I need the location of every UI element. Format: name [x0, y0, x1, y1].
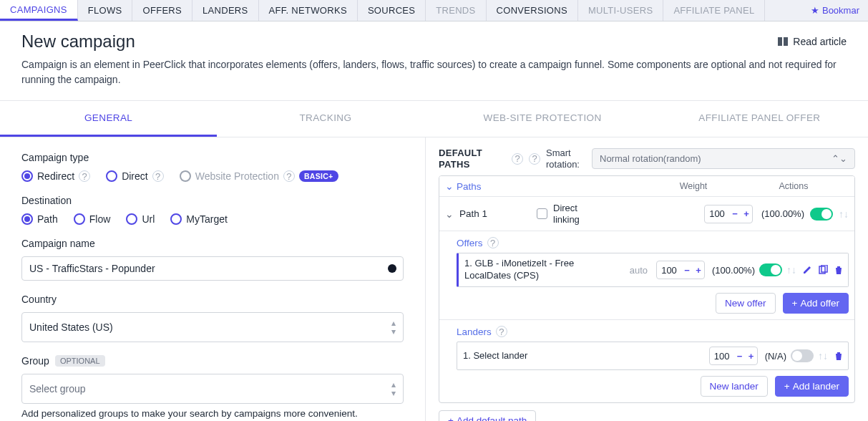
minus-icon[interactable]: −: [681, 265, 693, 276]
tab-multi-users[interactable]: MULTI-USERS: [578, 0, 663, 21]
path-toggle[interactable]: [810, 208, 833, 221]
weight-percent: (100.00%): [712, 265, 755, 276]
radio-url-label: Url: [142, 213, 155, 225]
help-icon[interactable]: ?: [487, 237, 499, 248]
star-icon: ★: [811, 5, 819, 16]
radio-icon: [21, 213, 33, 225]
radio-path[interactable]: Path: [21, 213, 58, 225]
plus-icon[interactable]: +: [746, 351, 757, 362]
right-column: DEFAULT PATHS ? ? Smart rotation: Normal…: [426, 137, 868, 421]
tab-campaigns[interactable]: CAMPAIGNS: [0, 0, 78, 21]
radio-mytarget-label: MyTarget: [186, 213, 228, 225]
help-icon[interactable]: ?: [283, 170, 295, 182]
weight-value: 100: [657, 265, 681, 276]
radio-icon: [180, 170, 191, 182]
path-row: ⌄ Path 1 Direct linking 100 − + (100.00%…: [439, 197, 854, 231]
tab-aff-networks[interactable]: AFF. NETWORKS: [259, 0, 358, 21]
path-name[interactable]: Path 1: [459, 208, 531, 219]
subtab-tracking[interactable]: TRACKING: [217, 101, 434, 137]
plus-icon: +: [792, 298, 798, 309]
radio-redirect[interactable]: Redirect ?: [21, 170, 90, 182]
add-offer-button[interactable]: + Add offer: [783, 293, 849, 314]
weight-input[interactable]: 100 − +: [709, 347, 758, 365]
campaign-type-label: Campaign type: [21, 152, 404, 163]
offers-section: Offers ? 1. GLB - iMonetizeIt - Free Loc…: [439, 231, 854, 320]
offers-title: Offers ?: [457, 237, 849, 248]
plus-icon[interactable]: +: [741, 208, 752, 219]
left-column: Campaign type Redirect ? Direct ? Websit…: [0, 137, 426, 421]
radio-flow[interactable]: Flow: [74, 213, 111, 225]
subtab-general[interactable]: GENERAL: [0, 101, 217, 137]
tab-sources[interactable]: SOURCES: [358, 0, 426, 21]
weight-input[interactable]: 100 − +: [656, 261, 705, 279]
tab-offers[interactable]: OFFERS: [132, 0, 192, 21]
weight-value: 100: [710, 351, 734, 362]
plus-icon[interactable]: +: [693, 265, 704, 276]
sort-handles[interactable]: ↑↓: [818, 350, 828, 362]
plus-icon: +: [448, 415, 454, 421]
campaign-name-input[interactable]: US - TrafficStars - Popunder: [21, 256, 404, 281]
help-icon[interactable]: ?: [512, 153, 523, 165]
help-icon[interactable]: ?: [496, 326, 507, 337]
add-lander-button[interactable]: + Add lander: [775, 376, 849, 397]
radio-wp[interactable]: Website Protection ? BASIC+: [180, 170, 338, 182]
intro-section: New campaign Read article Campaign is an…: [0, 21, 868, 101]
basic-plus-badge: BASIC+: [299, 170, 338, 182]
weight-input[interactable]: 100 − +: [704, 205, 753, 223]
copy-icon[interactable]: [818, 265, 828, 275]
chevron-updown-icon: ▴▾: [391, 380, 396, 397]
plus-icon: +: [784, 381, 790, 392]
path-checkbox[interactable]: [537, 208, 547, 219]
chevron-updown-icon: ▴▾: [391, 319, 396, 336]
offer-row[interactable]: 1. GLB - iMonetizeIt - Free LocalDates (…: [457, 253, 849, 287]
minus-icon[interactable]: −: [734, 351, 746, 362]
group-select[interactable]: Select group ▴▾: [21, 374, 404, 404]
offer-toggle[interactable]: [759, 263, 782, 276]
trash-icon[interactable]: [834, 351, 844, 361]
content-area: Campaign type Redirect ? Direct ? Websit…: [0, 137, 868, 421]
read-article-link[interactable]: Read article: [777, 36, 847, 47]
edit-icon[interactable]: [802, 265, 812, 275]
country-select[interactable]: United States (US) ▴▾: [21, 312, 404, 342]
lander-toggle[interactable]: [791, 349, 814, 362]
default-paths-title: DEFAULT PATHS: [439, 147, 506, 170]
tab-trends[interactable]: TRENDS: [426, 0, 486, 21]
add-default-path-button[interactable]: + Add default path: [439, 410, 536, 421]
radio-icon: [21, 170, 33, 182]
paths-table: ⌄ Paths Weight Actions ⌄ Path 1 Direct l…: [439, 175, 855, 403]
country-label: Country: [21, 294, 404, 305]
optional-badge: OPTIONAL: [55, 355, 105, 367]
weight-header: Weight: [654, 181, 733, 191]
paths-header[interactable]: ⌄ Paths: [439, 176, 654, 196]
tab-flows[interactable]: FLOWS: [78, 0, 133, 21]
help-icon[interactable]: ?: [529, 153, 540, 165]
radio-url[interactable]: Url: [126, 213, 155, 225]
tab-conversions[interactable]: CONVERSIONS: [487, 0, 578, 21]
weight-value: 100: [705, 208, 729, 219]
campaign-name-label: Campaign name: [21, 238, 404, 249]
bookmark-link[interactable]: ★ Bookmar: [811, 5, 868, 16]
chevron-down-icon: ⌄: [445, 180, 454, 192]
tab-affiliate-panel[interactable]: AFFILIATE PANEL: [663, 0, 765, 21]
tab-landers[interactable]: LANDERS: [192, 0, 259, 21]
radio-icon: [126, 213, 137, 225]
subtab-apo[interactable]: AFFILIATE PANEL OFFER: [651, 101, 868, 137]
sub-tabs: GENERAL TRACKING WEB-SITE PROTECTION AFF…: [0, 101, 868, 137]
add-lander-label: Add lander: [793, 381, 839, 392]
radio-redirect-label: Redirect: [37, 170, 74, 182]
help-icon[interactable]: ?: [152, 170, 164, 182]
minus-icon[interactable]: −: [729, 208, 741, 219]
subtab-wsp[interactable]: WEB-SITE PROTECTION: [434, 101, 651, 137]
sort-handles[interactable]: ↑↓: [786, 264, 796, 276]
read-article-label: Read article: [793, 36, 847, 47]
trash-icon[interactable]: [834, 265, 844, 275]
radio-mytarget[interactable]: MyTarget: [170, 213, 228, 225]
new-offer-button[interactable]: New offer: [716, 293, 776, 314]
rotation-select[interactable]: Normal rotation(random) ⌃⌄: [592, 148, 855, 169]
lander-row[interactable]: 1. Select lander 100 − + (N/A) ↑↓: [457, 342, 849, 370]
help-icon[interactable]: ?: [79, 170, 90, 182]
chevron-down-icon[interactable]: ⌄: [445, 208, 454, 220]
new-lander-button[interactable]: New lander: [701, 376, 768, 397]
sort-handles[interactable]: ↑↓: [839, 208, 849, 220]
radio-direct[interactable]: Direct ?: [106, 170, 164, 182]
